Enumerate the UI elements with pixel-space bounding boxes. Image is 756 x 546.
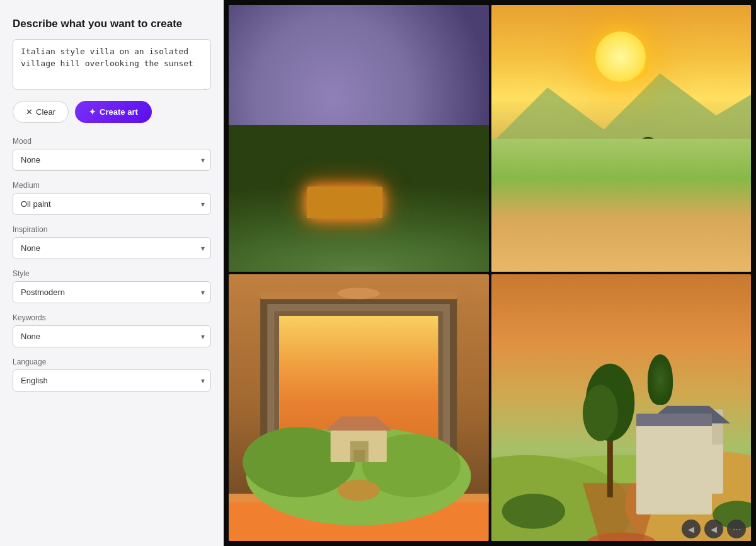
language-field: Language English French Spanish German I… [13,357,211,392]
inspiration-field: Inspiration None Impressionism Realism A… [13,225,211,259]
medium-field: Medium Oil paint Watercolor Acrylic Penc… [13,181,211,215]
svg-rect-64 [646,455,650,494]
style-field: Style Postmodern Classical Baroque Roman… [13,269,211,303]
svg-point-2 [229,193,348,272]
svg-rect-25 [646,168,650,204]
keywords-select[interactable]: None Architecture Nature People Abstract [13,325,211,347]
prompt-textarea-wrapper: ⌟ [13,39,211,92]
back-icon: ◀ [711,525,717,534]
svg-rect-27 [663,175,667,207]
svg-rect-6 [327,204,340,214]
svg-rect-58 [681,444,694,462]
style-label: Style [13,269,211,278]
svg-point-65 [636,431,657,466]
mood-field: Mood None Happy Melancholic Dramatic Pea… [13,137,211,171]
medium-label: Medium [13,181,211,190]
painting-top-right[interactable] [491,5,752,272]
svg-point-63 [582,385,617,441]
share-button[interactable]: ⋯ [727,520,746,538]
resize-handle: ⌟ [203,84,209,90]
svg-point-29 [491,231,752,272]
inspiration-label: Inspiration [13,225,211,234]
back-button[interactable]: ◀ [704,520,723,538]
medium-select[interactable]: Oil paint Watercolor Acrylic Pencil Digi… [13,193,211,215]
svg-point-19 [624,168,751,272]
svg-point-12 [406,167,445,226]
svg-point-47 [338,288,380,299]
svg-rect-7 [345,204,357,214]
svg-marker-5 [313,171,398,192]
svg-rect-4 [320,193,398,231]
svg-rect-8 [362,204,375,214]
keywords-label: Keywords [13,313,211,322]
svg-rect-23 [688,182,696,189]
svg-point-10 [264,168,306,231]
svg-rect-21 [702,158,730,182]
svg-point-13 [431,186,462,235]
svg-point-9 [302,221,415,249]
inspiration-select[interactable]: None Impressionism Realism Abstract Surr… [13,237,211,259]
mood-label: Mood [13,137,211,146]
image-grid: ~ [229,5,751,541]
medium-select-wrapper: Oil paint Watercolor Acrylic Pencil Digi… [13,193,211,215]
svg-point-1 [229,214,489,272]
create-art-button[interactable]: ✦ Create art [75,101,152,123]
painting-bottom-right[interactable]: ~ [491,274,752,541]
painting-bottom-left[interactable] [229,274,489,541]
svg-rect-20 [681,171,723,221]
clear-button[interactable]: ✕ Clear [13,101,69,123]
right-panel: ~ ◀ ◀ ⋯ [224,0,756,546]
prompt-textarea[interactable] [13,39,211,90]
mood-select-wrapper: None Happy Melancholic Dramatic Peaceful… [13,149,211,171]
inspiration-select-wrapper: None Impressionism Realism Abstract Surr… [13,237,211,259]
style-select[interactable]: Postmodern Classical Baroque Romantic Mo… [13,281,211,303]
svg-rect-0 [229,5,489,272]
svg-point-11 [289,187,324,241]
language-select-wrapper: English French Spanish German Italian Ja… [13,369,211,392]
action-buttons: ✕ Clear ✦ Create art [13,101,211,123]
language-label: Language [13,357,211,366]
svg-rect-59 [698,444,711,462]
keywords-field: Keywords None Architecture Nature People… [13,313,211,347]
svg-rect-60 [677,469,695,494]
style-select-wrapper: Postmodern Classical Baroque Romantic Mo… [13,281,211,303]
svg-point-26 [634,137,662,186]
svg-point-18 [491,158,632,272]
x-icon: ✕ [26,107,33,117]
mood-select[interactable]: None Happy Melancholic Dramatic Peaceful… [13,149,211,171]
painting-top-left[interactable] [229,5,489,272]
sparkle-icon: ✦ [89,107,96,117]
svg-point-28 [653,149,676,188]
svg-marker-22 [677,154,726,172]
svg-point-3 [383,207,488,272]
page-title: Describe what you want to create [13,18,211,30]
bottom-toolbar: ◀ ◀ ⋯ [682,520,746,538]
svg-rect-57 [663,444,676,462]
create-art-label: Create art [100,107,138,117]
svg-point-17 [491,151,752,272]
left-panel: Describe what you want to create ⌟ ✕ Cle… [0,0,224,546]
clear-label: Clear [36,107,55,117]
svg-rect-44 [353,450,365,462]
svg-point-45 [338,480,380,501]
prev-icon: ◀ [688,525,694,534]
prev-button[interactable]: ◀ [682,520,701,538]
svg-point-66 [501,494,564,529]
language-select[interactable]: English French Spanish German Italian Ja… [13,369,211,392]
svg-rect-14 [491,5,752,272]
keywords-select-wrapper: None Architecture Nature People Abstract… [13,325,211,347]
share-icon: ⋯ [733,525,741,534]
svg-rect-24 [702,182,710,189]
